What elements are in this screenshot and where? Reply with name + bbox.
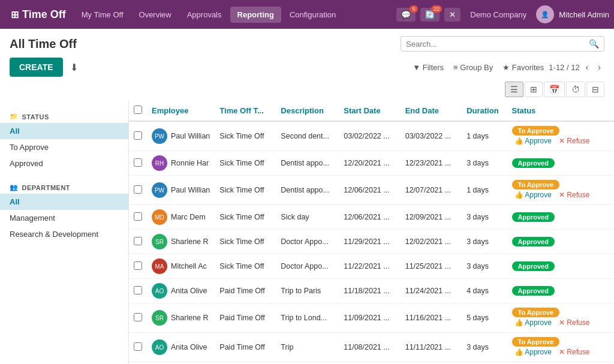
duration: 4 days bbox=[462, 279, 507, 303]
start-date: 11/22/2021 ... bbox=[339, 254, 400, 279]
action-buttons: 👍 Approve ✕ Refuse bbox=[512, 189, 609, 200]
menu-overview[interactable]: Overview bbox=[132, 7, 179, 23]
col-start-date[interactable]: Start Date bbox=[339, 101, 400, 121]
avatar[interactable]: 👤 bbox=[536, 5, 554, 23]
timeoff-type: Sick Time Off bbox=[215, 121, 276, 151]
sidebar-item-status-all[interactable]: All bbox=[0, 123, 128, 139]
action-buttons: 👍 Approve ✕ Refuse bbox=[512, 347, 609, 357]
duration: 3 days bbox=[462, 205, 507, 230]
sidebar-item-research-development[interactable]: Research & Development bbox=[0, 226, 128, 242]
col-end-date[interactable]: End Date bbox=[401, 101, 462, 121]
duration: 4 days bbox=[462, 362, 507, 365]
row-checkbox[interactable] bbox=[134, 237, 142, 245]
row-checkbox[interactable] bbox=[134, 212, 142, 221]
search-bar[interactable]: 🔍 bbox=[401, 36, 604, 52]
employee-name: Sharlene R bbox=[171, 314, 209, 322]
col-description[interactable]: Description bbox=[276, 101, 339, 121]
status-cell: To Approve 👍 Approve ✕ Refuse bbox=[507, 333, 614, 362]
list-view-button[interactable]: ☰ bbox=[505, 82, 523, 97]
refuse-button[interactable]: ✕ Refuse bbox=[556, 347, 592, 357]
col-timeoff[interactable]: Time Off T... bbox=[215, 101, 276, 121]
approve-button[interactable]: 👍 Approve bbox=[512, 136, 554, 146]
employee-cell: MD Marc Dem bbox=[147, 205, 215, 230]
status-cell: Approved bbox=[507, 254, 614, 279]
description: Dentist appo... bbox=[276, 151, 339, 176]
page-title: All Time Off bbox=[10, 37, 77, 51]
timeoff-type: Sick Time Off bbox=[215, 205, 276, 230]
activity-badge: 22 bbox=[431, 5, 442, 13]
row-checkbox-cell bbox=[129, 303, 147, 333]
start-date: 11/29/2021 ... bbox=[339, 230, 400, 254]
menu-my-time-off[interactable]: My Time Off bbox=[74, 7, 131, 23]
employee-avatar: PW bbox=[152, 182, 167, 198]
row-checkbox[interactable] bbox=[134, 342, 142, 351]
row-checkbox[interactable] bbox=[134, 261, 142, 270]
employee-avatar: MA bbox=[152, 258, 167, 274]
employee-name: Sharlene R bbox=[171, 237, 209, 246]
col-duration[interactable]: Duration bbox=[462, 101, 507, 121]
refuse-button[interactable]: ✕ Refuse bbox=[556, 189, 592, 200]
top-menu: My Time Off Overview Approvals Reporting… bbox=[74, 7, 395, 23]
table-row: MA Mitchell Ac Sick Time Off Doctor Appo… bbox=[129, 254, 614, 279]
clock-view-button[interactable]: ⏱ bbox=[566, 82, 585, 97]
row-checkbox[interactable] bbox=[134, 185, 142, 194]
approve-button[interactable]: 👍 Approve bbox=[512, 317, 554, 328]
row-checkbox[interactable] bbox=[134, 313, 142, 321]
status-cell: To Approve 👍 Approve ✕ Refuse bbox=[507, 176, 614, 205]
sidebar-item-approved[interactable]: Approved bbox=[0, 155, 128, 172]
calendar-view-button[interactable]: 📅 bbox=[544, 82, 565, 97]
start-date: 11/04/2021 ... bbox=[339, 362, 400, 365]
menu-reporting[interactable]: Reporting bbox=[230, 7, 281, 23]
status-badge: Approved bbox=[512, 212, 555, 222]
employee-cell: PW Paul Willian bbox=[147, 121, 215, 151]
description: Trip to Lond... bbox=[276, 303, 339, 333]
approve-button[interactable]: 👍 Approve bbox=[512, 347, 554, 357]
select-all-checkbox[interactable] bbox=[134, 106, 142, 114]
employee-cell: AO Anita Olive bbox=[147, 333, 215, 362]
start-date: 12/06/2021 ... bbox=[339, 205, 400, 230]
table-row: RH Ronnie Har Paid Time Off Trip with Fr… bbox=[129, 362, 614, 365]
duration: 5 days bbox=[462, 303, 507, 333]
refuse-button[interactable]: ✕ Refuse bbox=[556, 136, 592, 146]
close-button[interactable]: ✕ bbox=[444, 8, 460, 22]
col-status[interactable]: Status bbox=[507, 101, 614, 121]
table-row: SR Sharlene R Paid Time Off Trip to Lond… bbox=[129, 303, 614, 333]
row-checkbox[interactable] bbox=[134, 158, 142, 167]
refuse-button[interactable]: ✕ Refuse bbox=[556, 317, 592, 328]
download-button[interactable]: ⬇ bbox=[68, 59, 80, 76]
employee-cell: SR Sharlene R bbox=[147, 230, 215, 254]
username: Mitchell Admin bbox=[559, 10, 609, 19]
activity-button[interactable]: 🔄 22 bbox=[420, 8, 440, 22]
status-cell: Approved bbox=[507, 151, 614, 176]
app-brand[interactable]: ⊞ Time Off bbox=[5, 8, 72, 21]
favorites-button[interactable]: ★ Favorites bbox=[502, 63, 544, 72]
kanban-view-button[interactable]: ⊞ bbox=[525, 82, 543, 97]
sidebar-item-to-approve[interactable]: To Approve bbox=[0, 139, 128, 155]
col-employee[interactable]: Employee bbox=[147, 101, 215, 121]
employee-cell: AO Anita Olive bbox=[147, 279, 215, 303]
group-by-button[interactable]: ≡ Group By bbox=[453, 63, 493, 72]
start-date: 11/08/2021 ... bbox=[339, 333, 400, 362]
description: Dentist appo... bbox=[276, 176, 339, 205]
select-all-column bbox=[129, 101, 147, 121]
pagination-prev[interactable]: ‹ bbox=[582, 61, 592, 73]
sidebar-item-management[interactable]: Management bbox=[0, 210, 128, 226]
create-button[interactable]: CREATE bbox=[10, 58, 63, 77]
menu-configuration[interactable]: Configuration bbox=[282, 7, 343, 23]
row-checkbox-cell bbox=[129, 362, 147, 365]
search-input[interactable] bbox=[406, 40, 589, 49]
employee-avatar: SR bbox=[152, 234, 167, 249]
menu-approvals[interactable]: Approvals bbox=[180, 7, 229, 23]
filters-button[interactable]: ▼ Filters bbox=[413, 63, 444, 72]
duration: 1 days bbox=[462, 121, 507, 151]
chat-button[interactable]: 💬 5 bbox=[396, 8, 416, 22]
view-icons: ☰ ⊞ 📅 ⏱ ⊟ bbox=[0, 80, 614, 101]
sidebar-item-dept-all[interactable]: All bbox=[0, 194, 128, 210]
row-checkbox[interactable] bbox=[134, 131, 142, 140]
row-checkbox[interactable] bbox=[134, 286, 142, 294]
pagination-next[interactable]: › bbox=[594, 61, 604, 73]
approve-button[interactable]: 👍 Approve bbox=[512, 189, 554, 200]
status-cell: Approved bbox=[507, 205, 614, 230]
pivot-view-button[interactable]: ⊟ bbox=[586, 82, 604, 97]
duration: 3 days bbox=[462, 254, 507, 279]
